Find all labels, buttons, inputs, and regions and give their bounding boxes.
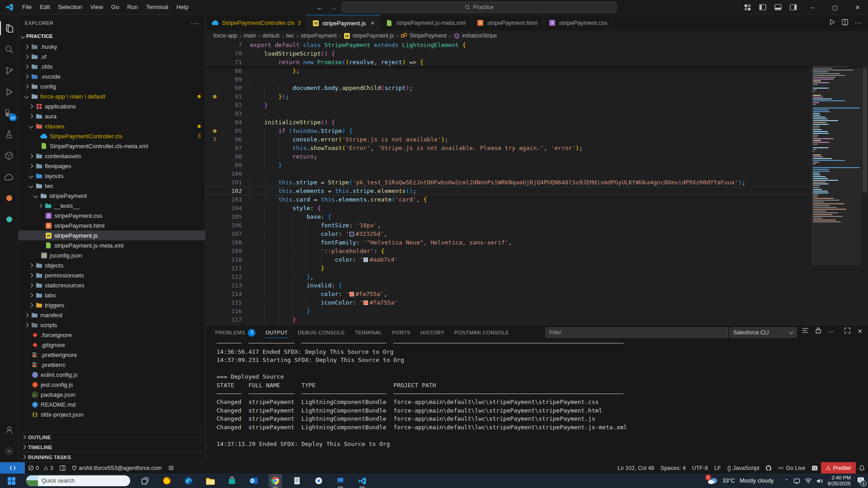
maximize-panel-icon[interactable]: [844, 328, 850, 335]
nav-forward-icon[interactable]: →: [330, 4, 336, 11]
store-icon[interactable]: [225, 474, 239, 488]
code-line[interactable]: 114 color: '#fa755a',: [206, 290, 868, 298]
cursor-position[interactable]: Ln 102, Col 48: [614, 462, 657, 474]
panel-tab-debug-console[interactable]: DEBUG CONSOLE: [297, 325, 344, 340]
tree-item[interactable]: manifest: [19, 310, 205, 320]
activity-account-icon[interactable]: [0, 419, 19, 441]
tree-item[interactable]: stripePayment: [19, 191, 205, 201]
go-live[interactable]: Go Live: [775, 462, 808, 474]
menu-go[interactable]: Go: [107, 2, 123, 13]
tab-stripePayment.js[interactable]: JSstripePayment.js×: [307, 15, 380, 31]
code-line[interactable]: 110 color: '#aab7c4': [206, 255, 868, 264]
tree-item[interactable]: force-app \ main \ default: [19, 91, 205, 101]
breadcrumb-item[interactable]: JSstripePayment.js: [343, 32, 394, 39]
tree-item[interactable]: flexipages: [19, 161, 205, 171]
line-number[interactable]: 93: [223, 110, 242, 117]
command-center-search[interactable]: Practice: [342, 2, 617, 13]
tree-item[interactable]: eslint.config.js: [19, 370, 205, 380]
breadcrumb-item[interactable]: default: [263, 33, 280, 39]
menu-selection[interactable]: Selection: [54, 2, 86, 13]
code-line[interactable]: 95 if (!window.Stripe) {: [206, 127, 868, 135]
code-line[interactable]: 104 style: {: [206, 204, 868, 212]
line-number[interactable]: 100: [223, 170, 242, 177]
activity-explorer-icon[interactable]: [0, 18, 19, 39]
notifications-bell-icon[interactable]: [856, 462, 868, 474]
line-number[interactable]: 113: [223, 282, 242, 289]
line-number[interactable]: 107: [223, 230, 242, 237]
taskbar-search[interactable]: Quick search: [26, 475, 130, 486]
tree-item[interactable]: .forceignore: [19, 330, 205, 340]
code-line[interactable]: 106 fontSize: '16px',: [206, 221, 868, 230]
line-number[interactable]: 71: [223, 59, 242, 66]
tree-item[interactable]: Jjest.config.js: [19, 380, 205, 389]
editor-scrollbar[interactable]: [862, 41, 868, 324]
tab-stripePayment.css[interactable]: #stripePayment.css: [543, 15, 613, 31]
breadcrumb-item[interactable]: force-app: [213, 33, 237, 39]
line-number[interactable]: 105: [223, 213, 242, 220]
code-line[interactable]: 100: [206, 169, 868, 178]
tree-item[interactable]: classes: [19, 121, 205, 131]
breadcrumb-item[interactable]: stripePayment: [301, 33, 337, 39]
menu-file[interactable]: File: [18, 2, 36, 13]
activity-settings-icon[interactable]: [0, 441, 19, 462]
org-connection[interactable]: arshil.tforce553@agentforce.com: [69, 462, 165, 474]
output-console[interactable]: ─────── ───────────── ──────────────────…: [217, 339, 863, 459]
code-line[interactable]: 109 '::placeholder': {: [206, 247, 868, 255]
tray-expand-icon[interactable]: ⌃: [785, 478, 789, 484]
clear-output-icon[interactable]: [802, 328, 809, 335]
line-number[interactable]: 89: [223, 76, 242, 83]
breadcrumb-item[interactable]: main: [244, 33, 256, 39]
tree-item[interactable]: config: [19, 81, 205, 91]
code-line[interactable]: 70 loadStripeScript() {: [206, 49, 868, 58]
notification-center[interactable]: 1: [857, 477, 864, 485]
line-number[interactable]: 91: [223, 93, 242, 100]
code-line[interactable]: 112 },: [206, 272, 868, 281]
line-number[interactable]: 102: [223, 188, 242, 194]
prettier-status[interactable]: ⚠Prettier: [821, 462, 856, 474]
notepad-icon[interactable]: [290, 474, 304, 488]
weather-text[interactable]: Mostly cloudy: [740, 478, 774, 484]
code-line[interactable]: 93: [206, 109, 868, 118]
code-line[interactable]: 101 this.stripe = Stripe('pk_test_51RxQw…: [206, 178, 868, 187]
code-line[interactable]: 116 }: [206, 307, 868, 315]
menu-terminal[interactable]: Terminal: [142, 2, 172, 13]
code-line[interactable]: 108 fontFamily: '"Helvetica Neue", Helve…: [206, 238, 868, 247]
code-line[interactable]: 94 initializeStripe() {: [206, 118, 868, 127]
menu-run[interactable]: Run: [123, 2, 142, 13]
code-editor[interactable]: 7export default class StripePayment exte…: [206, 41, 868, 324]
tab-stripePayment.js-meta.xml[interactable]: stripePayment.js-meta.xml: [380, 15, 471, 31]
tree-item[interactable]: iREADME.md: [19, 399, 205, 409]
tree-item[interactable]: {}sfdx-project.json: [19, 409, 205, 419]
line-number[interactable]: 97: [223, 145, 242, 151]
problems-summary[interactable]: 0 ⚠ 3: [25, 462, 57, 474]
lock-scrolling-icon[interactable]: [816, 327, 821, 335]
workspace-section-header[interactable]: PRACTICE: [19, 31, 205, 42]
code-line[interactable]: 91 });: [206, 92, 868, 101]
tab-StripePaymentController.cls[interactable]: StripePaymentController.cls3: [206, 15, 307, 31]
activity-agentforce-icon[interactable]: [0, 209, 19, 230]
code-line[interactable]: 97 this.showToast('Error', 'Stripe.js is…: [206, 144, 868, 152]
tree-item[interactable]: JSjsconfig.json: [19, 250, 205, 260]
maximize-button[interactable]: ▢: [825, 0, 845, 14]
code-line[interactable]: 113 invalid: {: [206, 281, 868, 290]
tree-item[interactable]: objects: [19, 260, 205, 270]
code-line[interactable]: 102 this.elements = this.stripe.elements…: [206, 187, 868, 195]
output-channel-select[interactable]: Salesforce CLI: [729, 327, 797, 338]
line-number[interactable]: 98: [223, 153, 242, 160]
start-button[interactable]: [5, 474, 18, 488]
toggle-sidebar-icon[interactable]: [756, 2, 769, 13]
menu-help[interactable]: Help: [172, 2, 193, 13]
activity-postman-icon[interactable]: [0, 188, 19, 209]
close-panel-icon[interactable]: ✕: [857, 328, 863, 335]
taskbar-clock[interactable]: 2:40 PM 8/25/2025: [828, 475, 851, 487]
tree-item[interactable]: #stripePayment.css: [19, 211, 205, 221]
breadcrumb-item[interactable]: StripePayment: [401, 32, 447, 39]
tree-item[interactable]: staticresources: [19, 280, 205, 290]
tree-item[interactable]: stripePayment.js-meta.xml: [19, 240, 205, 250]
line-number[interactable]: 103: [223, 196, 242, 203]
code-line[interactable]: 105 base: {: [206, 212, 868, 221]
tree-item[interactable]: .husky: [19, 42, 205, 52]
activity-search-icon[interactable]: [0, 39, 19, 60]
tree-item[interactable]: jspackage.json: [19, 389, 205, 399]
github-indicator[interactable]: [762, 462, 775, 474]
